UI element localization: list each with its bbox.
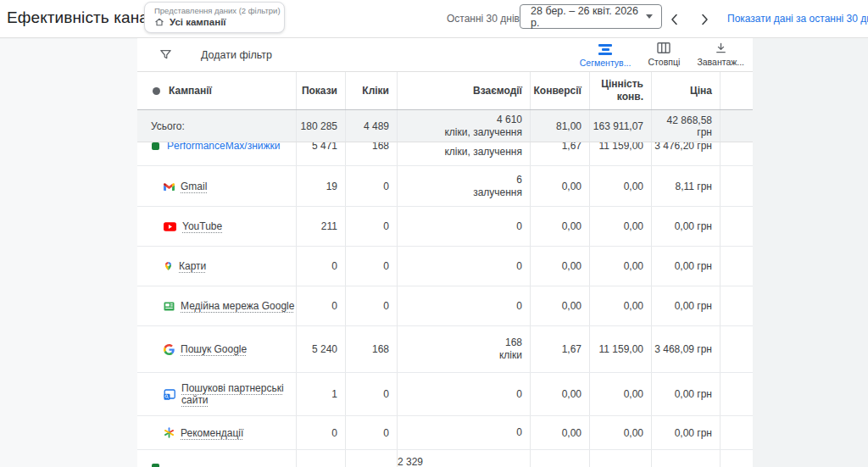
cell-cost: 0,00 грн bbox=[651, 416, 720, 449]
header-interactions[interactable]: Взаємодії bbox=[397, 72, 530, 109]
next-period-button[interactable] bbox=[694, 9, 715, 30]
cell-conversions bbox=[530, 450, 589, 467]
chevron-left-icon bbox=[670, 14, 679, 25]
campaign-link[interactable]: PerformanceMax/знижки bbox=[167, 142, 281, 152]
totals-row: Усього: 180 285 4 489 4 610 кліки, залуч… bbox=[137, 110, 753, 142]
table-row: Пошукові партнерські сайти 1 0 0 0,00 0,… bbox=[137, 373, 753, 416]
header-campaign[interactable]: Кампанії bbox=[137, 72, 296, 109]
display-network-icon bbox=[164, 302, 175, 311]
cell-conversion-value: 0,00 bbox=[589, 247, 651, 286]
data-view-label: Усі кампанії bbox=[170, 17, 226, 27]
cell-clicks: 0 bbox=[345, 207, 397, 246]
download-button[interactable]: Завантаж... bbox=[697, 42, 744, 67]
header-conversions[interactable]: Конверсії bbox=[530, 72, 589, 109]
cell-interactions-value: 168 bbox=[505, 336, 522, 349]
cell-impressions: 5 471 bbox=[296, 142, 345, 165]
cell-interactions-value: 6 bbox=[516, 174, 522, 186]
google-ads-channel-performance-screen: Ефективність каналів Представлення даних… bbox=[0, 0, 868, 467]
left-background-pane bbox=[0, 39, 137, 467]
cell-conversions: 1,67 bbox=[530, 142, 589, 165]
channel-link[interactable]: Карти bbox=[179, 260, 206, 272]
totals-conversions: 81,00 bbox=[530, 110, 589, 142]
channel-link[interactable]: Пошукові партнерські сайти bbox=[181, 382, 292, 406]
cell-impressions: 1 bbox=[296, 373, 345, 415]
cell-conversion-value: 0,00 bbox=[589, 166, 651, 206]
cell-conversion-value: 0,00 bbox=[589, 373, 651, 415]
totals-interactions-value: 4 610 bbox=[497, 114, 522, 126]
data-view-chip[interactable]: Представлення даних (2 фільтри) Усі камп… bbox=[144, 2, 285, 33]
cell-interactions-value: 0 bbox=[516, 426, 522, 439]
cell-cost: 0,00 грн bbox=[651, 207, 720, 246]
channel-link[interactable]: Медійна мережа Google bbox=[181, 300, 294, 312]
cell-conversion-value: 0,00 bbox=[589, 207, 651, 246]
cell-impressions: 211 bbox=[296, 207, 345, 246]
maps-icon bbox=[164, 261, 173, 271]
cell-impressions: 19 bbox=[296, 166, 345, 206]
cell-impressions bbox=[296, 450, 345, 467]
cell-cost: 0,00 грн bbox=[651, 286, 720, 325]
status-dot-icon bbox=[153, 87, 160, 95]
totals-interactions: 4 610 кліки, залучення bbox=[397, 110, 530, 142]
cell-cost: 0,00 грн bbox=[651, 247, 720, 286]
show-data-link[interactable]: Показати дані за останні 30 днів bbox=[727, 13, 868, 25]
totals-impressions: 180 285 bbox=[296, 110, 345, 142]
table-row: Медійна мережа Google 0 0 0 0,00 0,00 0,… bbox=[137, 286, 753, 326]
channel-link[interactable]: YouTube bbox=[182, 220, 222, 232]
cell-impressions: 0 bbox=[296, 416, 345, 449]
channel-link[interactable]: Пошук Google bbox=[181, 343, 247, 355]
cell-conversions: 1,67 bbox=[530, 326, 589, 372]
columns-button[interactable]: Стовпці bbox=[644, 42, 683, 67]
totals-interactions-caption: кліки, залучення bbox=[444, 126, 522, 139]
cell-clicks: 168 bbox=[345, 326, 397, 372]
cell-conversions: 0,00 bbox=[530, 207, 589, 246]
previous-period-button[interactable] bbox=[664, 9, 684, 30]
cell-conversions: 0,00 bbox=[530, 416, 589, 449]
cell-cost: 3 468,09 грн bbox=[651, 326, 720, 372]
cell-interactions-value: 2 329 bbox=[398, 456, 423, 467]
cell-interactions-caption: залучення bbox=[473, 186, 522, 199]
cell-interactions-value: 0 bbox=[516, 300, 522, 313]
top-bar: Ефективність каналів Представлення даних… bbox=[0, 0, 868, 38]
cell-impressions: 0 bbox=[296, 286, 345, 325]
table-body: PerformanceMax/знижки 5 471 168 кліки, з… bbox=[137, 142, 753, 467]
table-row: 2 329 bbox=[137, 450, 753, 467]
download-icon bbox=[715, 42, 727, 54]
table-row: YouTube 211 0 0 0,00 0,00 0,00 грн bbox=[137, 207, 753, 247]
search-partners-icon bbox=[164, 389, 175, 400]
cell-conversion-value bbox=[589, 450, 651, 467]
cell-cost bbox=[651, 450, 720, 467]
add-filter-label: Додати фільтр bbox=[201, 49, 272, 61]
header-cost[interactable]: Ціна bbox=[651, 72, 720, 109]
cell-conversions: 0,00 bbox=[530, 247, 589, 286]
youtube-icon bbox=[164, 222, 176, 231]
table-row: Карти 0 0 0 0,00 0,00 0,00 грн bbox=[137, 247, 753, 286]
cell-clicks: 0 bbox=[345, 166, 397, 206]
header-impressions[interactable]: Покази bbox=[296, 72, 345, 109]
header-conversion-value-line2: конв. bbox=[617, 91, 643, 103]
date-range-value: 28 бер. – 26 квіт. 2026 р. bbox=[531, 5, 646, 29]
cell-interactions-value: 0 bbox=[516, 260, 522, 273]
campaign-icon bbox=[152, 464, 159, 467]
columns-label: Стовпці bbox=[648, 57, 681, 67]
header-conversion-value[interactable]: Цінність конв. bbox=[589, 72, 651, 109]
header-campaign-label: Кампанії bbox=[169, 85, 212, 97]
cell-conversions: 0,00 bbox=[530, 286, 589, 325]
segment-button[interactable]: Сегментув... bbox=[580, 42, 632, 68]
totals-cost: 42 868,58 грн bbox=[651, 110, 720, 142]
channel-link[interactable]: Gmail bbox=[181, 181, 207, 192]
home-icon bbox=[154, 17, 164, 27]
cell-interactions-value: 0 bbox=[516, 388, 522, 401]
header-clicks[interactable]: Кліки bbox=[345, 72, 397, 109]
add-filter-button[interactable]: Додати фільтр bbox=[137, 48, 272, 61]
cell-clicks: 0 bbox=[345, 416, 397, 449]
date-range-button[interactable]: 28 бер. – 26 квіт. 2026 р. bbox=[520, 4, 662, 29]
channel-link[interactable]: Рекомендації bbox=[181, 427, 243, 439]
date-range-preset-label: Останні 30 днів bbox=[447, 13, 520, 25]
chevron-right-icon bbox=[700, 14, 709, 25]
cell-conversions: 0,00 bbox=[530, 373, 589, 415]
download-label: Завантаж... bbox=[697, 57, 744, 67]
header-spacer bbox=[720, 72, 753, 109]
cell-conversions: 0,00 bbox=[530, 166, 589, 206]
cell-conversion-value: 11 159,00 bbox=[589, 142, 651, 165]
cell-cost: 3 476,20 грн bbox=[651, 142, 720, 165]
